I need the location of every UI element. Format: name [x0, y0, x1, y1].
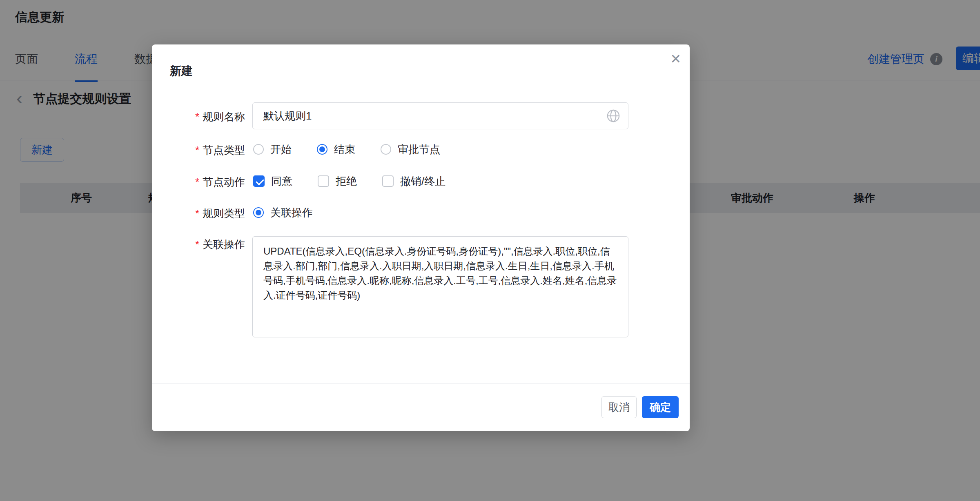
- required-mark: *: [195, 238, 199, 250]
- checkbox-agree[interactable]: 同意: [253, 174, 292, 188]
- checkbox-icon[interactable]: [382, 175, 394, 187]
- required-mark: *: [195, 176, 199, 188]
- checkbox-revoke-terminate[interactable]: 撤销/终止: [382, 174, 445, 188]
- checkbox-label: 拒绝: [336, 174, 357, 188]
- radio-node-end[interactable]: 结束: [317, 142, 355, 157]
- required-mark: *: [195, 111, 199, 123]
- rule-type-options: 关联操作: [253, 206, 313, 219]
- radio-node-approval[interactable]: 审批节点: [381, 142, 440, 157]
- modal-footer-divider: [152, 384, 690, 384]
- node-type-label: *节点类型: [152, 143, 245, 157]
- node-type-options: 开始 结束 审批节点: [253, 143, 440, 155]
- assoc-operation-label: *关联操作: [152, 237, 245, 252]
- close-icon[interactable]: ×: [670, 50, 681, 67]
- new-rule-modal: 新建 × *规则名称 *节点类型 开始 结束 审批节点 *节点动作 同意: [152, 44, 690, 431]
- radio-assoc-operation[interactable]: 关联操作: [253, 206, 313, 220]
- radio-icon[interactable]: [253, 144, 264, 155]
- rule-name-input[interactable]: [252, 102, 628, 129]
- radio-label: 结束: [334, 142, 355, 157]
- radio-icon-checked[interactable]: [317, 144, 327, 155]
- assoc-operation-textarea[interactable]: UPDATE(信息录入,EQ(信息录入.身份证号码,身份证号),"",信息录入.…: [252, 236, 628, 337]
- checkbox-reject[interactable]: 拒绝: [318, 174, 357, 188]
- node-action-options: 同意 拒绝 撤销/终止: [253, 175, 445, 187]
- radio-icon-checked[interactable]: [253, 207, 264, 218]
- checkbox-icon-checked[interactable]: [253, 175, 265, 187]
- modal-title: 新建: [170, 63, 193, 79]
- required-mark: *: [195, 144, 199, 156]
- checkbox-label: 同意: [271, 174, 292, 188]
- confirm-button[interactable]: 确定: [642, 396, 679, 418]
- rule-name-label: *规则名称: [152, 110, 245, 124]
- required-mark: *: [195, 207, 199, 219]
- checkbox-label: 撤销/终止: [400, 174, 445, 188]
- radio-icon[interactable]: [381, 144, 391, 155]
- node-action-label: *节点动作: [152, 175, 245, 189]
- cancel-button[interactable]: 取消: [601, 396, 637, 418]
- rule-type-label: *规则类型: [152, 206, 245, 221]
- radio-node-start[interactable]: 开始: [253, 142, 292, 157]
- radio-label: 关联操作: [270, 206, 313, 220]
- radio-label: 开始: [270, 142, 292, 157]
- radio-label: 审批节点: [398, 142, 440, 157]
- globe-icon[interactable]: [606, 109, 620, 123]
- checkbox-icon[interactable]: [318, 175, 329, 187]
